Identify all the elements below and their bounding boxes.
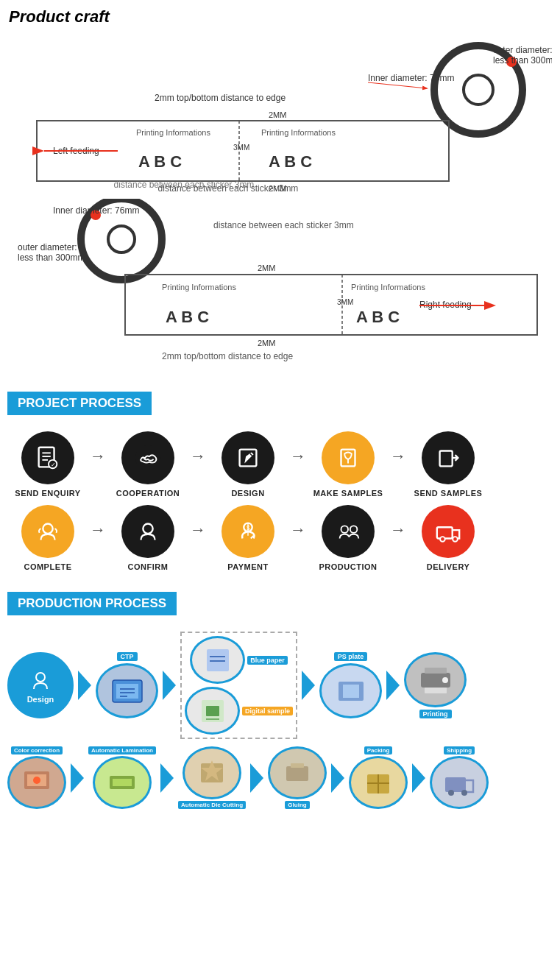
label-design: DESIGN: [231, 489, 264, 498]
svg-line-6: [368, 82, 427, 88]
production-row-1: Design CTP Blue paper Digital sa: [7, 632, 553, 739]
process-circle-design: [221, 431, 274, 484]
label-production: PRODUCTION: [319, 562, 378, 571]
color-correction-img: [7, 756, 66, 809]
label-confirm: CONFIRM: [128, 562, 169, 571]
process-row-1: ✓ SEND ENQUIRY → COOPERATION → DESIGN →: [7, 431, 553, 498]
svg-text:less than 300mm: less than 300mm: [18, 252, 85, 263]
prod-arrow-3: [302, 671, 315, 700]
svg-rect-79: [425, 668, 447, 674]
svg-text:Printing Informations: Printing Informations: [351, 283, 425, 291]
process-circle-complete: [21, 505, 74, 558]
ctp-img: [96, 663, 158, 718]
die-cutting-label: Automatic Die Cutting: [178, 801, 246, 809]
svg-text:3MM: 3MM: [337, 298, 353, 306]
svg-text:less than 300mm: less than 300mm: [493, 55, 552, 66]
blue-paper-row: Blue paper: [190, 636, 288, 684]
svg-rect-89: [286, 766, 308, 781]
die-cutting-group: Automatic Die Cutting: [178, 746, 246, 809]
die-cutting-img: [182, 746, 241, 799]
svg-text:distance between  each sticker: distance between each sticker 3mm: [158, 183, 299, 193]
svg-text:A B C: A B C: [356, 308, 400, 326]
lamination-img: [93, 756, 152, 809]
svg-rect-74: [206, 706, 219, 716]
packing-group: Packing: [349, 746, 408, 809]
shipping-img: [430, 756, 489, 809]
prod-arrow-5: [71, 763, 84, 793]
svg-point-59: [341, 526, 349, 533]
process-item-complete: COMPLETE: [7, 505, 88, 571]
svg-point-22: [108, 226, 135, 252]
page-title: Product craft: [0, 0, 560, 31]
label-payment: PAYMENT: [227, 562, 268, 571]
ctp-group: CTP: [96, 652, 158, 718]
arrow-2: →: [190, 447, 206, 482]
printing-label: Printing: [419, 710, 452, 718]
svg-point-54: [143, 524, 152, 534]
project-process-header: PROJECT PROCESS: [7, 386, 553, 424]
packing-label: Packing: [364, 746, 393, 754]
process-row-2: COMPLETE → CONFIRM → $ PAYMENT → PRODUCT…: [7, 505, 553, 571]
prod-arrow-1: [78, 671, 91, 700]
svg-text:2MM: 2MM: [258, 339, 275, 347]
dashed-group: Blue paper Digital sample: [180, 632, 297, 739]
svg-point-60: [350, 526, 358, 533]
process-circle-enquiry: ✓: [21, 431, 74, 484]
printing-img: [404, 652, 467, 707]
svg-rect-94: [445, 777, 466, 792]
svg-point-53: [43, 524, 52, 534]
arrow-7: →: [290, 520, 306, 556]
process-circle-cooperation: [121, 431, 174, 484]
process-item-cooperation: COOPERATION: [107, 431, 188, 498]
arrow-1: →: [90, 447, 106, 482]
process-item-make-samples: MAKE SAMPLES: [308, 431, 389, 498]
shipping-label: Shipping: [444, 746, 475, 754]
prod-arrow-7: [250, 763, 263, 793]
diagram-bottom: Inner diameter: 76mm outer diameter: les…: [7, 199, 552, 368]
arrow-3: →: [290, 447, 306, 482]
arrow-8: →: [390, 520, 406, 556]
label-send-samples: SEND SAMPLES: [414, 489, 483, 498]
label-make-samples: MAKE SAMPLES: [313, 489, 383, 498]
process-item-production: PRODUCTION: [308, 505, 389, 571]
svg-text:Inner diameter: 76mm: Inner diameter: 76mm: [53, 205, 139, 216]
diagram-top: outer diameter: less than 300mm Inner di…: [7, 31, 552, 193]
process-circle-send-samples: [422, 431, 475, 484]
prod-arrow-9: [412, 763, 425, 793]
svg-point-81: [442, 677, 448, 683]
svg-text:A B C: A B C: [269, 152, 312, 171]
lamination-label: Automatic Lamination: [88, 746, 156, 754]
process-circle-payment: $: [221, 505, 274, 558]
svg-text:Inner diameter: 76mm: Inner diameter: 76mm: [368, 73, 454, 83]
process-item-confirm: CONFIRM: [107, 505, 188, 571]
digital-sample-row: Digital sample: [185, 687, 293, 735]
packing-img: [349, 756, 408, 809]
gluing-group: Gluing: [268, 746, 327, 809]
printing-group: Printing: [404, 652, 467, 718]
svg-rect-51: [440, 451, 453, 467]
svg-text:A B C: A B C: [138, 152, 182, 171]
process-circle-production: [322, 505, 375, 558]
production-row-2: Color correction Automatic Lamination Au…: [7, 746, 553, 809]
prod-arrow-4: [386, 671, 400, 700]
ps-plate-group: PS plate: [319, 652, 382, 718]
process-item-delivery: DELIVERY: [408, 505, 489, 571]
svg-rect-61: [437, 527, 453, 538]
prod-design: Design: [7, 652, 74, 718]
svg-point-95: [448, 790, 454, 796]
gluing-label: Gluing: [285, 801, 309, 809]
label-delivery: DELIVERY: [427, 562, 470, 571]
craft-section: outer diameter: less than 300mm Inner di…: [0, 31, 560, 383]
svg-rect-86: [113, 779, 132, 786]
color-correction-label: Color correction: [11, 746, 63, 754]
design-label: Design: [27, 695, 54, 704]
svg-rect-80: [425, 688, 447, 693]
svg-text:outer diameter:: outer diameter:: [493, 45, 552, 55]
svg-text:3MM: 3MM: [233, 144, 249, 152]
svg-point-63: [453, 537, 458, 542]
label-send-enquiry: SEND ENQUIRY: [15, 489, 80, 498]
section-header-production: PRODUCTION PROCESS: [7, 592, 177, 615]
svg-text:distance between  each sticker: distance between each sticker 3mm: [213, 220, 354, 230]
ps-plate-img: [319, 663, 382, 718]
prod-arrow-2: [163, 671, 176, 700]
